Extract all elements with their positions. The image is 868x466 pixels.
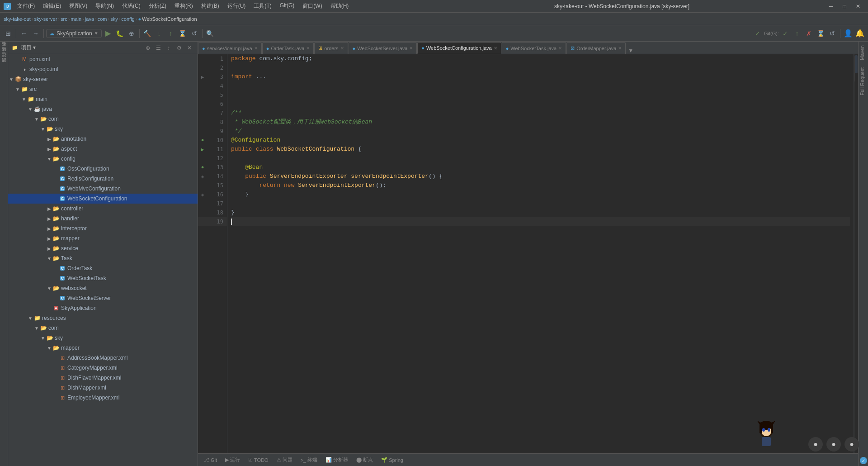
close-button[interactable]: ✕ [852,2,864,11]
bc-main[interactable]: main [71,16,81,22]
tab-close-icon7[interactable]: ✕ [618,46,622,51]
run-button[interactable]: ▶ [103,28,113,39]
todo-bottom-tab[interactable]: ☑ TODO [245,456,272,464]
debug-button[interactable]: 🐛 [114,28,125,39]
tree-item-websocket[interactable]: ▼ 📂 websocket [8,283,198,293]
tree-item-websockettask[interactable]: C WebSocketTask [8,273,198,283]
tree-item-sky2[interactable]: ▼ 📂 sky [8,333,198,343]
tab-websockettask[interactable]: ● WebSocketTask.java ✕ [502,42,566,54]
terminal-bottom-tab[interactable]: >_ 终端 [297,456,321,464]
tab-close-icon5[interactable]: ✕ [494,46,497,51]
tree-item-pom[interactable]: M pom.xml [8,54,198,64]
code-editor[interactable]: package com.sky.config; import ... /** *… [227,54,854,453]
tree-item-webmvc[interactable]: C WebMvcConfiguration [8,184,198,194]
tree-item-service[interactable]: ▶ 📂 service [8,243,198,253]
tree-item-categorymapper[interactable]: ⊞ CategoryMapper.xml [8,363,198,373]
tab-ordermapper[interactable]: ⊠ OrderMapper.java ✕ [566,42,626,54]
tree-item-websocketconfig[interactable]: C WebSocketConfiguration [8,194,198,204]
run-config-selector[interactable]: ☁ SkyApplication ▼ [46,29,102,38]
toolbar-forward[interactable]: → [30,28,41,39]
toolbar-revert[interactable]: ↺ [189,28,200,39]
toolbar-git-history[interactable]: ⌛ [177,28,188,39]
tree-item-redis[interactable]: C RedisConfiguration [8,174,198,184]
settings-gear-icon[interactable]: ⚙ [175,43,184,52]
run-left-tab[interactable]: 运行 [0,58,8,63]
tree-item-mapper[interactable]: ▶ 📂 mapper [8,233,198,243]
tree-item-annotation[interactable]: ▶ 📂 annotation [8,134,198,144]
full-request-panel-label[interactable]: Full Request [859,64,868,99]
menu-view[interactable]: 视图(V) [66,1,91,11]
git-undo[interactable]: ↺ [827,28,838,39]
tree-item-dishmapper[interactable]: ⊞ DishMapper.xml [8,383,198,393]
tree-item-employeemapper[interactable]: ⊞ EmployeeMapper.xml [8,393,198,403]
tree-item-oss[interactable]: C OssConfiguration [8,164,198,174]
user-icon[interactable]: 👤 [843,28,854,39]
tree-item-handler[interactable]: ▶ 📂 handler [8,214,198,223]
toolbar-git-update[interactable]: ↓ [154,28,165,39]
toolbar-search[interactable]: 🔍 [205,28,216,39]
tree-item-addressbookmapper[interactable]: ⊞ AddressBookMapper.xml [8,353,198,363]
menu-run[interactable]: 运行(U) [224,1,250,11]
tree-item-resources[interactable]: ▼ 📁 resources [8,313,198,323]
tab-websocketserver[interactable]: ● WebSocketServer.java ✕ [349,42,417,54]
maximize-button[interactable]: □ [838,2,851,11]
tree-item-interceptor[interactable]: ▶ 📂 interceptor [8,223,198,233]
tree-item-ordertask[interactable]: C OrderTask [8,263,198,273]
tree-item-skypojoiML[interactable]: ⬧ sky-pojo.iml [8,64,198,74]
toolbar-build[interactable]: 🔨 [142,28,153,39]
bc-src[interactable]: src [61,16,67,22]
tree-item-skyapp[interactable]: A SkyApplication [8,303,198,313]
tab-close-icon[interactable]: ✕ [254,46,258,51]
tree-item-skyserver[interactable]: ▼ 📦 sky-server [8,74,198,84]
tab-close-icon3[interactable]: ✕ [340,46,344,51]
editor-area[interactable]: 1 2 ▶ 3 4 5 [198,54,858,453]
git-status-ok[interactable]: ✓ [752,28,763,39]
tab-more-btn[interactable]: ▼ [628,48,633,54]
tree-item-dishflavormapper[interactable]: ⊞ DishFlavorMapper.xml [8,373,198,383]
tree-item-controller[interactable]: ▶ 📂 controller [8,204,198,214]
menu-nav[interactable]: 导航(N) [92,1,118,11]
git-cross[interactable]: ✗ [803,28,814,39]
coverage-button[interactable]: ⊕ [126,28,137,39]
git-up[interactable]: ↑ [792,28,802,39]
menu-refactor[interactable]: 重构(R) [171,1,197,11]
tab-close-icon6[interactable]: ✕ [558,46,562,51]
tree-item-sky[interactable]: ▼ 📂 sky [8,124,198,134]
tree-item-com[interactable]: ▼ 📂 com [8,114,198,124]
tree-item-java[interactable]: ▼ ☕ java [8,104,198,114]
tab-close-icon4[interactable]: ✕ [409,46,413,51]
menu-file[interactable]: 文件(F) [14,1,38,11]
breakpoints-bottom-tab[interactable]: ⬤ 断点 [353,456,377,464]
bc-java[interactable]: java [85,16,94,22]
terminal-left-tab[interactable]: 终端 [0,52,8,58]
toolbar-project-btn[interactable]: ⊞ [3,28,14,39]
tab-ordertask[interactable]: ● OrderTask.java ✕ [262,42,314,54]
bc-config[interactable]: config [121,16,134,22]
structure-tab[interactable]: 结构 [0,42,8,47]
menu-help[interactable]: 帮助(H) [327,1,353,11]
bc-com[interactable]: com [98,16,107,22]
tree-item-src[interactable]: ▼ 📁 src [8,84,198,94]
spring-bottom-tab[interactable]: 🌱 Spring [377,456,407,464]
menu-window[interactable]: 窗口(W) [299,1,326,11]
decorative-btn-1[interactable]: ● [808,437,823,452]
bc-sky[interactable]: sky [110,16,118,22]
menu-edit[interactable]: 编辑(E) [39,1,65,11]
debug-tab[interactable]: 调试 [0,63,8,69]
sort-btn[interactable]: ↕ [164,43,173,52]
tab-websocketconfig[interactable]: ● WebSocketConfiguration.java ✕ [417,42,501,54]
locate-file-btn[interactable]: ⊕ [143,43,152,52]
tree-item-websocketserver[interactable]: C WebSocketServer [8,293,198,303]
minimize-button[interactable]: ─ [825,2,837,11]
problems-bottom-tab[interactable]: ⚠ 问题 [273,456,296,464]
tree-item-config[interactable]: ▼ 📂 config [8,154,198,164]
bc-file[interactable]: WebSocketConfiguration [142,16,197,22]
tree-item-com2[interactable]: ▼ 📂 com [8,323,198,333]
bc-project[interactable]: sky-take-out [4,16,31,22]
editor-scrollbar[interactable] [854,54,858,453]
menu-git[interactable]: Git(G) [276,1,298,11]
close-panel-btn[interactable]: ✕ [185,43,194,52]
decorative-btn-3[interactable]: ● [844,437,859,452]
git-bottom-tab[interactable]: ⎇ Git [200,456,221,464]
profiler-bottom-tab[interactable]: 📊 分析器 [322,456,352,464]
